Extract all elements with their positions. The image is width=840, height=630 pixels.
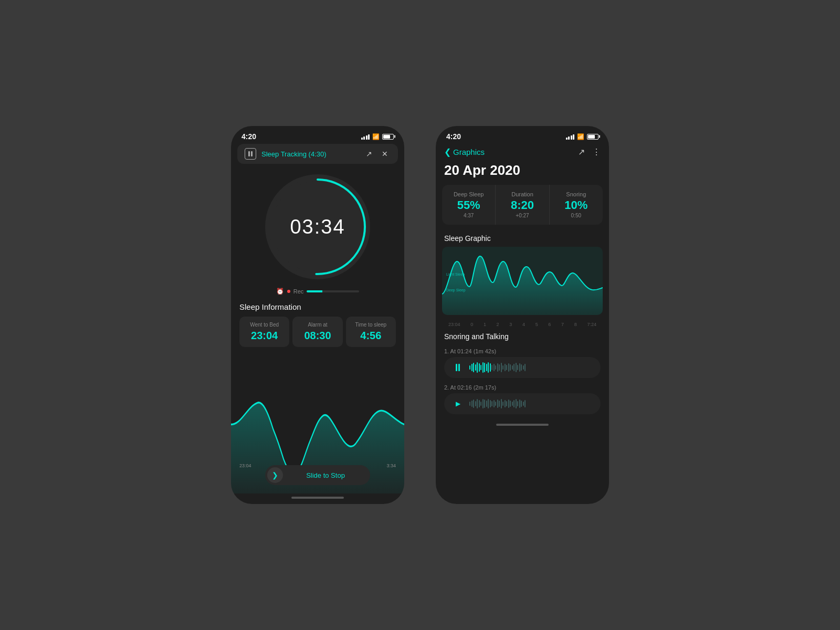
time-left: 4:20: [242, 132, 256, 141]
close-button[interactable]: ✕: [379, 148, 391, 160]
clock-time: 03:34: [290, 216, 345, 238]
pause-icon-1: [456, 364, 460, 371]
rec-progress-bar: [307, 290, 359, 292]
info-card-bed: Went to Bed 23:04: [239, 317, 289, 347]
info-card-alarm: Alarm at 08:30: [292, 317, 342, 347]
slide-text: Slide to Stop: [283, 471, 368, 479]
snoring-item-2: 2. At 02:16 (2m 17s) ▶: [436, 381, 609, 417]
card-label-bed: Went to Bed: [244, 322, 285, 328]
rec-row: ⏰ Rec: [231, 288, 404, 295]
snoring-item-1: 1. At 01:24 (1m 42s): [436, 345, 609, 381]
axis-3: 2: [497, 322, 499, 327]
chart-end-label: 3:34: [386, 463, 396, 468]
stat-sub-duration: +0:27: [500, 213, 544, 218]
info-cards: Went to Bed 23:04 Alarm at 08:30 Time to…: [239, 317, 396, 347]
status-bar-left: 4:20 📶: [231, 126, 404, 144]
sleep-chart: Light Sleep Deep Sleep: [442, 247, 603, 315]
axis-5: 4: [522, 322, 525, 327]
card-label-sleep: Time to sleep: [350, 322, 392, 328]
axis-9: 8: [574, 322, 577, 327]
play-button-2[interactable]: ▶: [452, 397, 464, 410]
mini-chart-left: 23:04 3:34 ❯ Slide to Stop: [231, 355, 404, 494]
audio-player-1[interactable]: [444, 357, 601, 378]
card-value-bed: 23:04: [244, 330, 285, 342]
axis-2: 1: [484, 322, 486, 327]
clock-area: 03:34: [231, 164, 404, 285]
right-header: ❮ Graphics ↗ ⋮: [436, 144, 609, 162]
stat-label-duration: Duration: [500, 191, 544, 197]
share-button[interactable]: ↗: [578, 147, 585, 157]
more-button[interactable]: ⋮: [592, 147, 601, 157]
stat-duration: Duration 8:20 +0:27: [496, 185, 549, 225]
pause-button-1[interactable]: [452, 361, 464, 374]
status-icons-right: 📶: [566, 133, 599, 140]
stat-value-snoring: 10%: [554, 200, 598, 211]
stat-value-deep: 55%: [446, 200, 491, 211]
info-card-sleep: Time to sleep 4:56: [346, 317, 396, 347]
axis-4: 3: [509, 322, 512, 327]
card-label-alarm: Alarm at: [297, 322, 338, 328]
slide-arrow-icon: ❯: [267, 467, 283, 483]
notification-title: Sleep Tracking (4:30): [261, 150, 358, 158]
time-right: 4:20: [446, 132, 461, 141]
home-indicator-left: [291, 497, 344, 499]
stat-snoring: Snoring 10% 0:50: [550, 185, 603, 225]
battery-icon-right: [587, 134, 598, 140]
stat-deep-sleep: Deep Sleep 55% 4:37: [442, 185, 496, 225]
left-phone: 4:20 📶 Sleep Tracking (4:30): [231, 126, 404, 504]
clock-circle: 03:34: [265, 174, 370, 279]
notification-bar: Sleep Tracking (4:30) ↗ ✕: [237, 144, 398, 164]
back-button[interactable]: ❮ Graphics: [444, 147, 485, 157]
stat-value-duration: 8:20: [500, 200, 544, 211]
snoring-title: Snoring and Talking: [436, 330, 609, 345]
play-icon-2: ▶: [456, 400, 460, 407]
expand-button[interactable]: ↗: [363, 148, 375, 160]
sleep-graphic-svg: Light Sleep Deep Sleep: [442, 247, 603, 315]
slide-stop-button[interactable]: ❯ Slide to Stop: [265, 465, 370, 485]
stat-sub-snoring: 0:50: [554, 213, 598, 218]
axis-end: 7:24: [587, 322, 596, 327]
snoring-section: Snoring and Talking 1. At 01:24 (1m 42s): [436, 327, 609, 421]
snoring-timestamp-2: 2. At 02:16 (2m 17s): [444, 384, 601, 391]
right-phone: 4:20 📶 ❮ Graphics ↗: [436, 126, 609, 504]
axis-1: 0: [470, 322, 473, 327]
battery-icon: [382, 134, 394, 140]
sleep-info-section: Sleep Information Went to Bed 23:04 Alar…: [231, 295, 404, 351]
status-bar-right: 4:20 📶: [436, 126, 609, 144]
wifi-icon: 📶: [372, 133, 380, 140]
axis-7: 6: [548, 322, 551, 327]
back-label: Graphics: [453, 148, 485, 156]
alarm-icon: ⏰: [276, 288, 284, 295]
card-value-sleep: 4:56: [350, 330, 392, 342]
waveform-1: [469, 361, 593, 374]
header-actions: ↗ ⋮: [578, 147, 601, 157]
chart-start-label: 23:04: [239, 463, 251, 468]
stat-label-snoring: Snoring: [554, 191, 598, 197]
snoring-timestamp-1: 1. At 01:24 (1m 42s): [444, 348, 601, 354]
rec-label: Rec: [293, 288, 304, 295]
card-value-alarm: 08:30: [297, 330, 338, 342]
phones-container: 4:20 📶 Sleep Tracking (4:30): [231, 126, 609, 504]
sleep-info-title: Sleep Information: [239, 302, 396, 311]
axis-labels: 23:04 0 1 2 3 4 5 6 7 8 7:24: [442, 320, 603, 327]
stat-sub-deep: 4:37: [446, 213, 491, 218]
waveform-2: [469, 397, 593, 410]
notification-actions: ↗ ✕: [363, 148, 391, 160]
signal-icon: [361, 133, 370, 140]
axis-0: 23:04: [448, 322, 460, 327]
home-indicator-right: [496, 424, 549, 426]
status-icons-left: 📶: [361, 133, 394, 140]
date-title: 20 Apr 2020: [436, 162, 609, 185]
audio-player-2[interactable]: ▶: [444, 393, 601, 414]
pause-button[interactable]: [245, 148, 256, 160]
rec-dot: [287, 290, 290, 293]
back-arrow-icon: ❮: [444, 147, 451, 157]
stats-row: Deep Sleep 55% 4:37 Duration 8:20 +0:27 …: [442, 185, 603, 225]
axis-8: 7: [561, 322, 564, 327]
wifi-icon-right: 📶: [577, 133, 584, 140]
stat-label-deep: Deep Sleep: [446, 191, 491, 197]
axis-6: 5: [536, 322, 538, 327]
sleep-graphic-title: Sleep Graphic: [436, 232, 609, 247]
signal-icon-right: [566, 133, 575, 140]
